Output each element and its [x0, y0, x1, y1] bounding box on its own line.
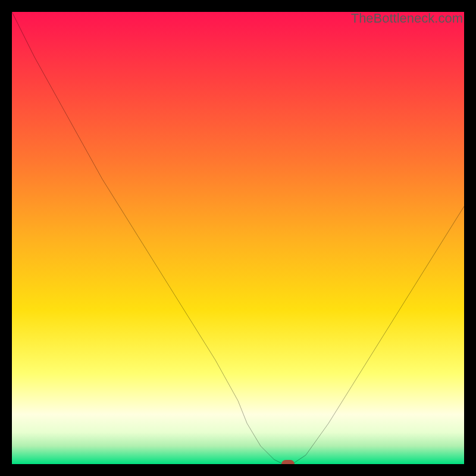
bottleneck-curve: [12, 12, 464, 464]
plot-area: TheBottleneck.com: [12, 12, 464, 464]
optimal-marker: [281, 460, 295, 464]
chart-frame: TheBottleneck.com: [0, 0, 476, 476]
